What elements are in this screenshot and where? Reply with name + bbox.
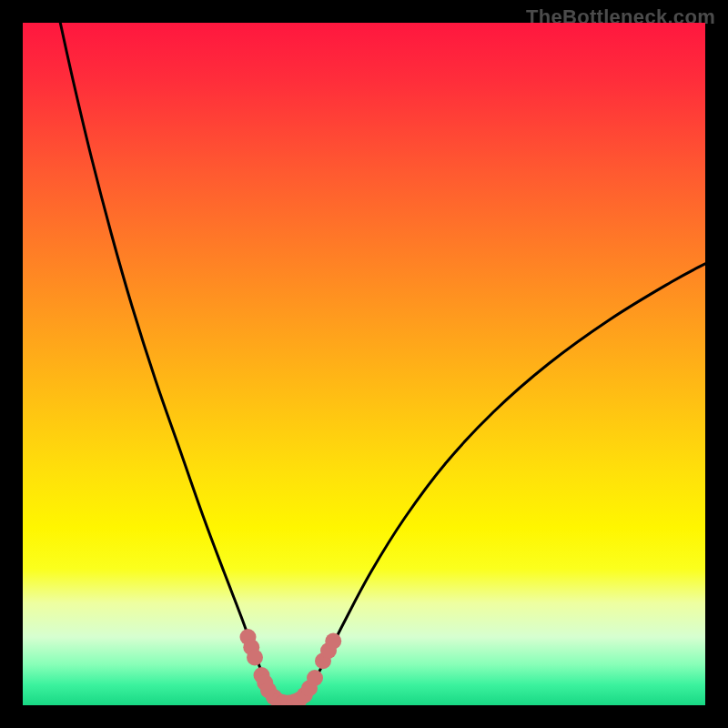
plot-area bbox=[23, 23, 705, 705]
valley-marker bbox=[247, 650, 263, 666]
valley-markers bbox=[240, 629, 342, 705]
chart-frame: TheBottleneck.com bbox=[0, 0, 728, 728]
valley-marker bbox=[325, 633, 341, 650]
markers-layer bbox=[23, 23, 705, 705]
valley-marker bbox=[307, 670, 323, 686]
